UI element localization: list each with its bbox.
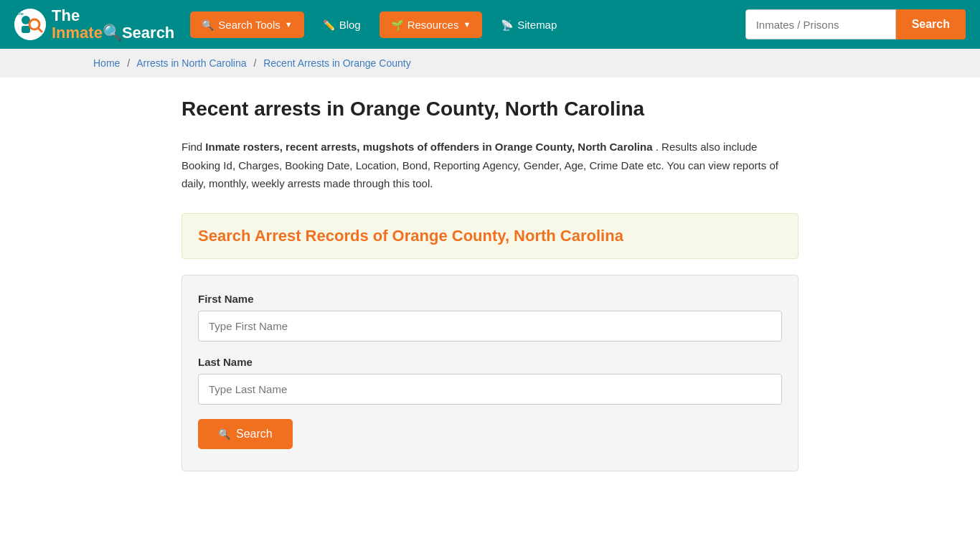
page-title: Recent arrests in Orange County, North C… (182, 98, 798, 121)
breadcrumb: Home / Arrests in North Carolina / Recen… (0, 49, 980, 77)
search-tools-chevron: ▼ (285, 20, 293, 29)
first-name-input[interactable] (198, 311, 782, 342)
breadcrumb-home[interactable]: Home (93, 57, 120, 69)
breadcrumb-arrests-nc[interactable]: Arrests in North Carolina (136, 57, 246, 69)
breadcrumb-sep-2: / (253, 57, 256, 69)
last-name-group: Last Name (198, 356, 782, 405)
header: The The Inmate🔍Search Search Tools ▼ Blo… (0, 0, 980, 49)
page-description: Find Inmate rosters, recent arrests, mug… (182, 138, 798, 193)
svg-text:The: The (17, 11, 24, 16)
first-name-label: First Name (198, 293, 782, 305)
description-intro: Find (182, 141, 205, 153)
blog-button[interactable]: Blog (313, 11, 371, 38)
resources-label: Resources (407, 19, 459, 31)
header-search-group: Search (745, 9, 966, 39)
resources-button[interactable]: Resources ▼ (380, 11, 483, 38)
search-form-icon (218, 428, 230, 441)
resources-icon (391, 19, 403, 31)
search-tools-icon (202, 19, 214, 31)
header-search-button-label: Search (912, 18, 950, 30)
blog-icon (323, 19, 335, 31)
search-records-box: Search Arrest Records of Orange County, … (182, 213, 798, 259)
breadcrumb-recent-orange[interactable]: Recent Arrests in Orange County (263, 57, 410, 69)
header-search-button[interactable]: Search (896, 9, 966, 39)
sitemap-button[interactable]: Sitemap (491, 11, 567, 38)
last-name-label: Last Name (198, 356, 782, 368)
first-name-group: First Name (198, 293, 782, 342)
last-name-input[interactable] (198, 374, 782, 405)
description-bold: Inmate rosters, recent arrests, mugshots… (205, 141, 652, 153)
blog-label: Blog (339, 19, 361, 31)
search-form-button[interactable]: Search (198, 419, 293, 449)
header-search-input[interactable] (745, 9, 896, 39)
search-form-button-label: Search (236, 428, 273, 441)
search-tools-label: Search Tools (218, 19, 280, 31)
search-form-box: First Name Last Name Search (182, 275, 798, 471)
resources-chevron: ▼ (463, 20, 471, 29)
search-records-title: Search Arrest Records of Orange County, … (198, 227, 782, 245)
main-content: Recent arrests in Orange County, North C… (167, 77, 813, 500)
svg-rect-2 (22, 26, 30, 33)
logo-link[interactable]: The The Inmate🔍Search (14, 7, 174, 42)
sitemap-icon (501, 19, 513, 31)
logo-text: The Inmate🔍Search (52, 7, 174, 42)
sitemap-label: Sitemap (517, 19, 557, 31)
breadcrumb-sep-1: / (127, 57, 130, 69)
logo-icon: The (14, 9, 46, 40)
search-tools-button[interactable]: Search Tools ▼ (190, 11, 303, 38)
